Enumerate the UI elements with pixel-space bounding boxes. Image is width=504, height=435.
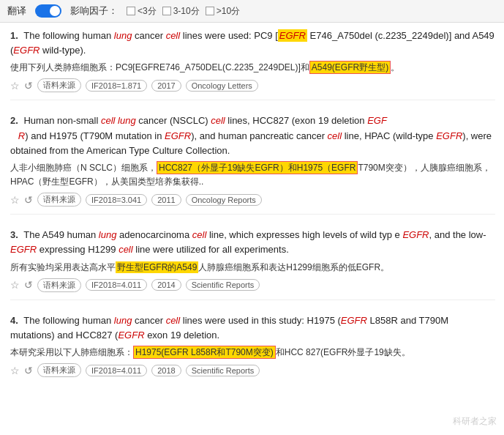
result-1: 1. The following human lung cancer cell … <box>10 29 495 100</box>
filter-gt10-checkbox[interactable] <box>206 7 214 15</box>
top-bar: 翻译 影响因子： <3分 3-10分 >10分 <box>0 0 504 23</box>
filter-gt10-label: >10分 <box>217 5 240 18</box>
result-3-en: 3. The A549 human lung adenocarcinoma ce… <box>10 228 495 257</box>
journal-tag-1: Oncology Letters <box>186 80 258 92</box>
source-tag-1[interactable]: 语料来源 <box>37 78 81 92</box>
source-tag-3[interactable]: 语料来源 <box>37 278 81 292</box>
result-3-number: 3. <box>10 229 18 240</box>
if-tag-3: IF2018=4.011 <box>86 279 147 291</box>
result-1-meta: ☆ ↺ 语料来源 IF2018=1.871 2017 Oncology Lett… <box>10 78 495 92</box>
watermark: 科研者之家 <box>453 415 497 428</box>
journal-tag-3: Scientific Reports <box>186 279 260 291</box>
result-3-zh: 所有实验均采用表达高水平野生型EGFR的A549人肺腺癌细胞系和表达H1299细… <box>10 261 495 275</box>
zh-highlight-2: HCC827（外显子19缺失EGFR）和H1975（EGFR <box>157 161 358 174</box>
filter-3to10-label: 3-10分 <box>173 5 200 18</box>
refresh-1[interactable]: ↺ <box>24 80 33 92</box>
zh-highlight-1: A549(EGFR野生型) <box>309 61 391 74</box>
star-2[interactable]: ☆ <box>10 194 20 206</box>
result-4-en: 4. The following human lung cancer cell … <box>10 313 495 343</box>
zh-highlight-3: 野生型EGFR的A549 <box>116 261 198 273</box>
result-2-number: 2. <box>10 115 18 126</box>
result-3: 3. The A549 human lung adenocarcinoma ce… <box>10 228 495 300</box>
toggle-knob <box>50 6 60 16</box>
star-3[interactable]: ☆ <box>10 279 20 291</box>
refresh-4[interactable]: ↺ <box>24 365 33 376</box>
filter-lt3-checkbox[interactable] <box>127 7 135 15</box>
source-tag-4[interactable]: 语料来源 <box>37 363 81 377</box>
refresh-2[interactable]: ↺ <box>24 194 33 206</box>
filter-group: <3分 3-10分 >10分 <box>127 5 240 18</box>
if-tag-4: IF2018=4.011 <box>86 365 147 376</box>
result-2-zh: 人非小细胞肺癌（N SCLC）细胞系，HCC827（外显子19缺失EGFR）和H… <box>10 161 495 189</box>
if-tag-1: IF2018=1.871 <box>86 80 147 92</box>
filter-3to10[interactable]: 3-10分 <box>162 5 200 18</box>
influence-label: 影响因子： <box>70 4 118 18</box>
source-tag-2[interactable]: 语料来源 <box>37 193 81 207</box>
year-tag-4: 2018 <box>151 365 181 376</box>
filter-gt10[interactable]: >10分 <box>206 5 240 18</box>
year-tag-3: 2014 <box>151 279 181 291</box>
translate-toggle[interactable] <box>35 4 61 18</box>
journal-tag-4: Scientific Reports <box>186 365 260 376</box>
result-4: 4. The following human lung cancer cell … <box>10 313 495 384</box>
filter-3to10-checkbox[interactable] <box>162 7 171 15</box>
result-1-en: 1. The following human lung cancer cell … <box>10 29 495 58</box>
refresh-3[interactable]: ↺ <box>24 279 33 291</box>
result-4-zh: 本研究采用以下人肺癌细胞系：H1975(EGFR L858R和T790M突变)和… <box>10 346 495 360</box>
zh-highlight-4: H1975(EGFR L858R和T790M突变) <box>133 346 276 359</box>
journal-tag-2: Oncology Reports <box>186 194 262 206</box>
filter-lt3[interactable]: <3分 <box>127 5 157 18</box>
year-tag-2: 2011 <box>151 194 181 206</box>
star-4[interactable]: ☆ <box>10 365 20 376</box>
filter-lt3-label: <3分 <box>138 5 157 18</box>
result-2-en: 2. Human non-small cell lung cancer (NSC… <box>10 114 495 157</box>
if-tag-2: IF2018=3.041 <box>86 194 147 206</box>
result-1-number: 1. <box>10 30 18 41</box>
star-1[interactable]: ☆ <box>10 80 20 92</box>
year-tag-1: 2017 <box>151 80 181 92</box>
translate-label: 翻译 <box>7 4 26 18</box>
content-area: 1. The following human lung cancer cell … <box>0 23 504 404</box>
result-2-meta: ☆ ↺ 语料来源 IF2018=3.041 2011 Oncology Repo… <box>10 193 495 207</box>
result-4-meta: ☆ ↺ 语料来源 IF2018=4.011 2018 Scientific Re… <box>10 363 495 377</box>
result-3-meta: ☆ ↺ 语料来源 IF2018=4.011 2014 Scientific Re… <box>10 278 495 292</box>
result-4-number: 4. <box>10 315 18 326</box>
result-2: 2. Human non-small cell lung cancer (NSC… <box>10 114 495 215</box>
result-1-zh: 使用下列人类肺癌细胞系：PC9[EGFRE746_A750DEL(C.2235_… <box>10 61 495 75</box>
